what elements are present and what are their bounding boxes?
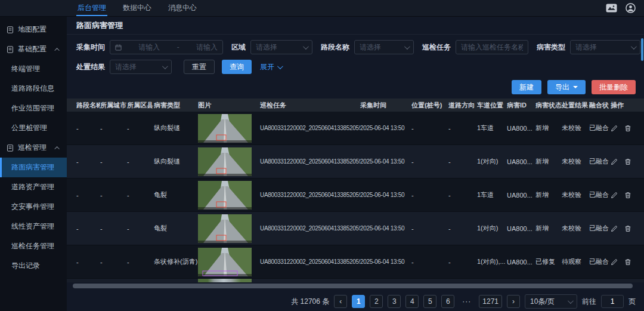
- page-title: 路面病害管理: [76, 20, 123, 31]
- road-name-placeholder: 请选择: [360, 42, 381, 53]
- app-root: 后台管理数据中心消息中心 地图配置基础配置终端管理道路路段信息作业范围管理公里桩…: [0, 0, 644, 311]
- task-input[interactable]: 请输入巡检任务名称: [456, 40, 528, 54]
- edit-icon[interactable]: [611, 258, 618, 266]
- sidebar-item-5[interactable]: 公里桩管理: [0, 118, 67, 138]
- page-button-1271[interactable]: 1271: [479, 295, 502, 308]
- cell-status: 新增: [535, 157, 562, 166]
- sidebar-item-label: 道路路段信息: [11, 84, 54, 94]
- page-button-3[interactable]: 3: [388, 295, 401, 308]
- cell-actions: [611, 192, 638, 199]
- cell-result: 未校验: [562, 124, 589, 133]
- disease-type-placeholder: 请选择: [575, 42, 597, 53]
- cell-city: -: [100, 158, 127, 165]
- table-row-1: ---纵向裂缝UA800331220002_202506041338520592…: [67, 145, 644, 178]
- road-photo-thumbnail[interactable]: [198, 181, 252, 210]
- goto-page-input[interactable]: 1: [601, 295, 624, 308]
- road-photo-thumbnail[interactable]: [198, 214, 252, 243]
- action-buttons: 新建 导出 批量删除: [67, 79, 644, 98]
- search-button[interactable]: 查询: [222, 60, 252, 74]
- delete-icon[interactable]: [624, 125, 631, 132]
- sidebar-item-0[interactable]: 地图配置: [0, 20, 67, 39]
- cell-disease-type: 龟裂: [154, 224, 198, 233]
- cell-road: -: [67, 158, 100, 165]
- cell-fusion: 已融合: [589, 257, 611, 266]
- top-tabs: 后台管理数据中心消息中心: [69, 0, 205, 16]
- vertical-scrollbar-thumb[interactable]: [641, 38, 643, 61]
- export-label: 导出: [555, 82, 569, 93]
- top-tab-0[interactable]: 后台管理: [69, 0, 114, 16]
- sidebar-item-label: 道路资产管理: [11, 182, 54, 192]
- sidebar-item-10[interactable]: 线性资产管理: [0, 217, 67, 236]
- page-button-5[interactable]: 5: [423, 295, 436, 308]
- cell-location: -: [411, 258, 448, 266]
- sidebar-item-12[interactable]: 导出记录: [0, 256, 67, 276]
- page-button-1[interactable]: 1: [352, 295, 365, 308]
- export-button[interactable]: 导出: [547, 80, 586, 94]
- sidebar-item-6[interactable]: 巡检管理: [0, 138, 67, 158]
- delete-icon[interactable]: [624, 158, 631, 165]
- date-separator: -: [177, 43, 179, 51]
- delete-icon[interactable]: [624, 192, 631, 199]
- end-date-placeholder[interactable]: 请输入: [196, 42, 218, 53]
- table-row-2: ---龟裂UA800331220002_20250604133852059202…: [67, 178, 644, 212]
- result-label: 处置结果: [76, 62, 105, 72]
- table-row-3: ---龟裂UA800331220002_20250604133852059202…: [67, 212, 644, 245]
- cell-county: -: [127, 125, 154, 132]
- create-button[interactable]: 新建: [512, 80, 541, 94]
- edit-icon[interactable]: [611, 192, 618, 199]
- top-tab-1[interactable]: 数据中心: [114, 0, 160, 16]
- batch-delete-button[interactable]: 批量删除: [592, 80, 636, 94]
- page-size-select[interactable]: 10条/页: [525, 294, 577, 309]
- cell-disease-type: 条状修补(沥青): [154, 257, 198, 266]
- cell-disease-id: UA800...: [507, 258, 535, 266]
- sidebar-item-9[interactable]: 交安事件管理: [0, 197, 67, 217]
- top-tab-2[interactable]: 消息中心: [160, 0, 205, 16]
- delete-icon[interactable]: [624, 225, 631, 232]
- delete-icon[interactable]: [624, 258, 631, 266]
- sidebar-item-7[interactable]: 路面病害管理: [0, 158, 67, 177]
- road-photo-thumbnail[interactable]: [198, 248, 252, 276]
- sidebar-item-11[interactable]: 巡检任务管理: [0, 236, 67, 256]
- cell-fusion: 已融合: [589, 224, 611, 233]
- edit-icon[interactable]: [611, 125, 618, 132]
- result-placeholder: 请选择: [115, 62, 137, 72]
- start-date-placeholder[interactable]: 请输入: [138, 42, 160, 53]
- collect-time-range-input[interactable]: 请输入 - 请输入: [110, 40, 223, 54]
- cell-time: 2025-06-04 13:50: [360, 158, 411, 165]
- cell-road: -: [67, 258, 100, 266]
- road-name-select[interactable]: 请选择: [354, 40, 414, 54]
- table-header: 路段名称所属城市所属区县病害类型图片巡检任务采集时间位置(桩号)道路方向车道位置…: [67, 98, 644, 112]
- horizontal-scrollbar-thumb[interactable]: [73, 284, 633, 288]
- sidebar-item-label: 巡检管理: [18, 143, 47, 153]
- goto-unit: 页: [628, 297, 636, 307]
- reset-button[interactable]: 重置: [184, 60, 215, 74]
- disease-type-select[interactable]: 请选择: [570, 40, 640, 54]
- sidebar-item-2[interactable]: 终端管理: [0, 59, 67, 79]
- road-photo-thumbnail[interactable]: [198, 147, 252, 176]
- page-button-6[interactable]: 6: [441, 295, 454, 308]
- user-avatar-icon[interactable]: [626, 3, 636, 13]
- pagination: 共 12706 条 ‹ 123456···1271 › 10条/页 前往 1 页: [67, 288, 644, 309]
- expand-link[interactable]: 展开: [260, 62, 281, 72]
- sidebar-item-label: 导出记录: [11, 261, 40, 271]
- prev-page-button[interactable]: ‹: [334, 295, 347, 308]
- sidebar-item-3[interactable]: 道路路段信息: [0, 79, 67, 98]
- edit-icon[interactable]: [611, 158, 618, 165]
- result-select[interactable]: 请选择: [110, 60, 172, 74]
- sidebar-item-1[interactable]: 基础配置: [0, 39, 67, 59]
- region-select[interactable]: 请选择: [250, 40, 312, 54]
- cell-image: [198, 181, 260, 210]
- next-page-button[interactable]: ›: [507, 295, 520, 308]
- screen-icon[interactable]: [606, 4, 617, 13]
- column-header-11: 病害状态: [535, 101, 562, 110]
- page-button-4[interactable]: 4: [405, 295, 419, 308]
- page-button-2[interactable]: 2: [370, 295, 383, 308]
- sidebar-item-4[interactable]: 作业范围管理: [0, 98, 67, 118]
- cell-image: [198, 248, 260, 276]
- disease-table: 路段名称所属城市所属区县病害类型图片巡检任务采集时间位置(桩号)道路方向车道位置…: [67, 98, 644, 288]
- edit-icon[interactable]: [611, 225, 618, 232]
- cell-direction: -: [448, 225, 477, 232]
- sidebar-item-8[interactable]: 道路资产管理: [0, 177, 67, 197]
- road-photo-thumbnail[interactable]: [198, 114, 252, 143]
- region-label: 区域: [231, 42, 246, 53]
